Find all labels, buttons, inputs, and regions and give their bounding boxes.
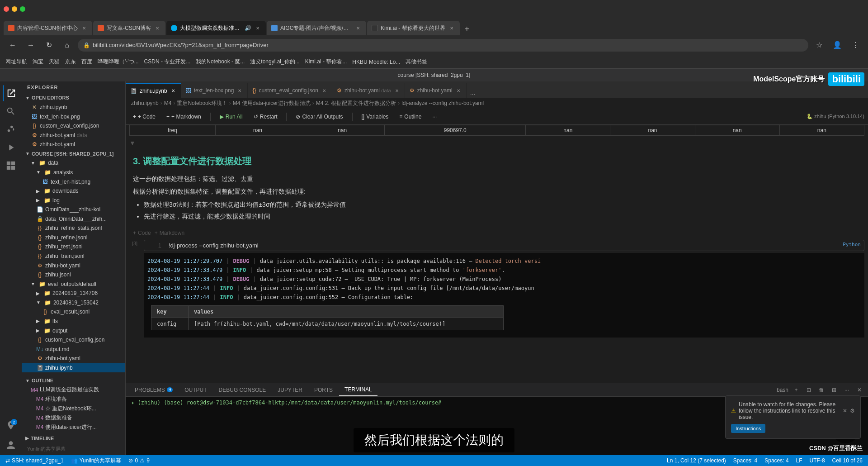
tab-aigc[interactable]: AIGC专题-图片/声音/视频/Age... ✕ [267,21,366,35]
breadcrumb-item[interactable]: M4 [164,100,172,106]
search-icon[interactable] [3,103,19,119]
outline-dataset[interactable]: M4 数据集准备 [22,413,125,423]
home-button[interactable]: ⌂ [60,38,74,52]
panel-tab-problems[interactable]: PROBLEMS 9 [129,384,178,396]
instructions-link-btn[interactable]: Instructions [731,424,765,433]
tab-close-icon[interactable]: ✕ [394,87,400,94]
tree-20240819-153042[interactable]: ▼ 📁 20240819_153042 [22,298,125,308]
panel-tab-debug-console[interactable]: DEBUG CONSOLE [213,384,272,396]
status-cell-count[interactable]: Cell 10 of 26 [832,457,863,464]
outline-section[interactable]: ▼ OUTLINE [22,376,125,385]
restart-btn[interactable]: ↺ Restart [250,111,281,123]
add-markdown-btn[interactable]: + + Markdown [163,111,205,123]
tree-omnidata[interactable]: 📄 OmniData___zhihu-kol [22,205,125,214]
open-file-zhihu-ipynb[interactable]: ✕ zhihu.ipynb [22,103,125,112]
course-section[interactable]: ▼ COURSE [SSH: SHARED_2GPU_1] [22,149,125,159]
more-actions-panel-btn[interactable]: ··· [842,385,852,395]
bookmark-baidu[interactable]: 百度 [81,58,92,66]
status-share[interactable]: 👥 Yunlin的共享屏幕 [71,457,122,465]
outline-llm[interactable]: M4 LLM训练全链路最佳实践 [22,385,125,395]
tab-csdn-write[interactable]: 写文章-CSDN博客 ✕ [93,21,165,35]
tree-analysis-folder[interactable]: ▼ 📁 analysis [22,168,125,177]
tree-zhihu-jsonl[interactable]: {} zhihu.jsonl [22,270,125,280]
breadcrumb-item[interactable]: ldj-analyze --config zhihu-bot.yaml [401,100,484,106]
outline-btn[interactable]: ≡ Outline [396,111,425,123]
clear-outputs-btn[interactable]: ⊘ Clear All Outputs [292,111,346,123]
back-button[interactable]: ← [5,38,20,52]
kernel-info[interactable]: 🐍 zhihu (Python 3.10.14) [807,114,864,119]
add-code-inline-btn[interactable]: + Code [133,230,151,236]
tree-zhihubot-yaml2[interactable]: ⚙ zhihu-bot.yaml [22,354,125,363]
settings-button[interactable]: ⋮ [848,38,863,52]
kill-terminal-btn[interactable]: 🗑 [816,385,826,395]
status-remote[interactable]: ⇄ SSH: shared_2gpu_1 [5,457,64,464]
bookmark-tongyi[interactable]: 通义tongyi.ai_你的... [250,58,299,66]
explorer-icon[interactable] [3,85,19,101]
open-file-customeval[interactable]: {} custom_eval_config.json [22,121,125,131]
close-window-btn[interactable] [4,6,9,12]
extensions-icon[interactable] [3,157,19,174]
timeline-section[interactable]: ▶ TIMELINE [22,433,125,443]
maximize-panel-btn[interactable]: ⊞ [829,385,839,395]
tree-zhihu-ipynb[interactable]: 📓 zhihu.ipynb [22,363,125,372]
split-terminal-btn[interactable]: ⊡ [804,385,814,395]
panel-tab-ports[interactable]: PORTS [309,384,338,396]
bookmark-csdn[interactable]: CSDN - 专业开发... [144,58,191,66]
panel-tab-jupyter[interactable]: JUPYTER [272,384,308,396]
tab-csdn-manage[interactable]: 内容管理-CSDN创作中心 ✕ [4,21,92,35]
tree-output-md[interactable]: M↓ output.md [22,344,125,354]
tab-close-btn[interactable]: ✕ [448,24,455,32]
breadcrumb-item[interactable]: zhihu.ipynb [131,100,159,106]
bookmark-others[interactable]: 其他书签 [406,58,427,66]
tab-close-icon[interactable]: ✕ [321,87,327,94]
new-tab-button[interactable]: + [461,23,473,35]
bookmark-hkbu[interactable]: HKBU Moodle: Lo... [352,59,400,65]
panel-tab-terminal[interactable]: TERMINAL [339,384,377,396]
section-collapse-btn[interactable]: ▼ [126,136,868,147]
tab-close-icon[interactable]: ✕ [236,87,243,94]
bookmark-taobao[interactable]: 淘宝 [33,58,43,66]
tab-bilibili-active[interactable]: 大模型微调实践数据准备/清... 🔊 ✕ [166,21,266,35]
tree-custom-eval-config[interactable]: {} custom_eval_config.json [22,335,125,345]
notification-close-btn[interactable]: ✕ [843,408,847,414]
bookmark-bilibili[interactable]: 哗哩哗哩（'-'つ... [98,58,139,66]
tree-textlen-file[interactable]: 🖼 text_len-hist.png [22,177,125,186]
outline-env[interactable]: M4 环境准备 [22,395,125,404]
editor-tab-customeval[interactable]: {} custom_eval_config.json ✕ [248,83,332,98]
status-lf[interactable]: LF [796,457,802,464]
open-file-textlen[interactable]: 🖼 text_len-box.png [22,112,125,121]
status-position[interactable]: Ln 1, Col 12 (7 selected) [667,457,726,464]
tab-close-btn[interactable]: ✕ [354,24,362,32]
breadcrumb-item[interactable]: M4 使用data-juicer进行数据清洗 [233,100,311,107]
panel-tab-output[interactable]: OUTPUT [179,384,212,396]
open-editors-section[interactable]: ▼ OPEN EDITORS [22,93,125,103]
notification-gear-btn[interactable]: ⚙ [850,408,855,414]
reload-button[interactable]: ↻ [42,38,56,52]
tree-data-folder[interactable]: ▼ 📁 data [22,158,125,168]
outline-datajuicer[interactable]: M4 使用data-juicer进行... [22,423,125,432]
add-markdown-inline-btn[interactable]: + Markdown [155,230,184,236]
status-spaces2[interactable]: Spaces: 4 [764,457,788,464]
tree-eval-outputs[interactable]: ▼ 📁 eval_outputs/default [22,279,125,289]
breadcrumb-item[interactable]: 重启Notebook环境！ [177,100,227,107]
bookmark-nav[interactable]: 网址导航 [5,58,27,66]
bookmark-tmall[interactable]: 天猫 [49,58,60,66]
tree-zhihu-bot-yaml[interactable]: ⚙ zhihu-bot.yaml [22,261,125,270]
outline-restart[interactable]: M4 ☆ 重启Notebook环... [22,404,125,414]
tree-eval-result[interactable]: {} eval_result.jsonl [22,307,125,317]
editor-tab-textlen[interactable]: 🖼 text_len-box.png ✕ [181,83,248,98]
breadcrumb-item[interactable]: M4 2. 根据配置文件进行数据分析 [316,100,396,107]
tab-kimi[interactable]: Kimi.ai - 帮你看更大的世界 ✕ [367,21,460,35]
add-terminal-btn[interactable]: + [791,385,801,395]
open-file-zhihubot-data[interactable]: ⚙ zhihu-bot.yaml data [22,130,125,140]
tab-close-icon[interactable]: ✕ [455,87,462,94]
close-panel-btn[interactable]: ✕ [854,385,864,395]
bookmark-jd[interactable]: 京东 [65,58,76,66]
run-debug-icon[interactable] [3,139,19,156]
editor-tab-zhihubot[interactable]: ⚙ zhihu-bot.yaml ✕ [405,83,467,98]
tab-close-icon[interactable]: ✕ [170,88,176,94]
tree-lfs[interactable]: ▶ 📁 lfs [22,317,125,326]
bookmark-notebook[interactable]: 我的Notebook - 魔... [196,58,245,66]
tree-zhihu-test[interactable]: {} zhihu_test.jsonl [22,242,125,252]
tab-close-btn[interactable]: ✕ [80,24,88,32]
